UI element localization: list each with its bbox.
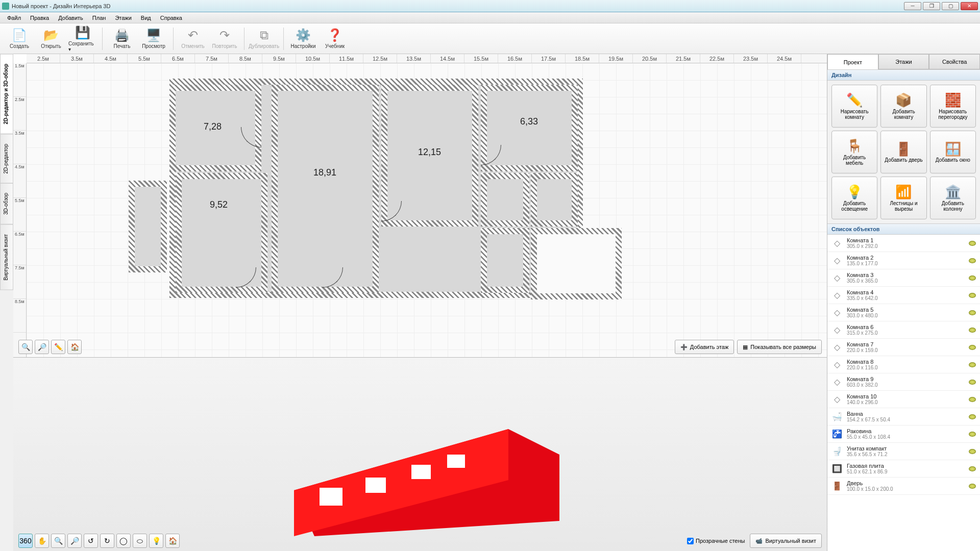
object-Комната 1[interactable]: ◇Комната 1305.0 x 292.0: [827, 235, 980, 252]
menu-Справка[interactable]: Справка: [156, 13, 186, 22]
home-3d-button[interactable]: 🏠: [165, 534, 180, 548]
design-Добавить мебель[interactable]: 🪑Добавить мебель: [831, 131, 877, 173]
Открыть-icon: 📂: [44, 28, 58, 42]
sidetab-3[interactable]: Виртуальный визит: [0, 224, 13, 290]
restore-button[interactable]: ❐: [923, 2, 940, 10]
lasso-button[interactable]: ⬭: [133, 534, 147, 548]
object-Раковина[interactable]: 🚰Раковина55.0 x 45.0 x 108.4: [827, 425, 980, 443]
design-icon: 💡: [846, 184, 863, 201]
visibility-icon[interactable]: [969, 397, 976, 402]
design-Добавить окно[interactable]: 🪟Добавить окно: [930, 131, 976, 173]
visibility-icon[interactable]: [969, 432, 976, 437]
room-balcony-left[interactable]: [129, 181, 167, 272]
design-Добавить освещение[interactable]: 💡Добавить освещение: [831, 177, 877, 219]
tool-Просмотр[interactable]: 🖥️Просмотр: [139, 25, 168, 53]
object-Комната 8[interactable]: ◇Комната 8220.0 x 116.0: [827, 356, 980, 373]
visibility-icon[interactable]: [969, 276, 976, 281]
maximize-button[interactable]: ▢: [942, 2, 959, 10]
virtual-visit-button[interactable]: 📹Виртуальный визит: [750, 534, 822, 548]
orbit-button[interactable]: 360: [18, 534, 33, 548]
design-Добавить дверь[interactable]: 🚪Добавить дверь: [880, 131, 926, 173]
object-Комната 4[interactable]: ◇Комната 4335.0 x 642.0: [827, 287, 980, 304]
zoom-in-button[interactable]: 🔎: [35, 340, 49, 354]
object-Комната 6[interactable]: ◇Комната 6315.0 x 275.0: [827, 321, 980, 339]
home-button[interactable]: 🏠: [67, 340, 82, 354]
rotate-left-button[interactable]: ↺: [84, 534, 98, 548]
object-Ванна[interactable]: 🛁Ванна154.2 x 67.5 x 50.4: [827, 408, 980, 425]
sidetab-1[interactable]: 2D-редактор: [0, 134, 13, 184]
room-balcony-right[interactable]: [531, 228, 622, 299]
object-Комната 2[interactable]: ◇Комната 2135.0 x 177.0: [827, 252, 980, 269]
tool-Сохранить[interactable]: 💾Сохранить ▾: [68, 25, 97, 53]
object-Комната 9[interactable]: ◇Комната 9603.0 x 382.0: [827, 373, 980, 391]
visibility-icon[interactable]: [969, 310, 976, 315]
visibility-icon[interactable]: [969, 380, 976, 385]
object-Унитаз компакт[interactable]: 🚽Унитаз компакт35.6 x 56.5 x 71.2: [827, 443, 980, 460]
design-Добавить колонну[interactable]: 🏛️Добавить колонну: [930, 177, 976, 219]
rtab-Свойства[interactable]: Свойства: [929, 54, 980, 69]
menu-Этажи[interactable]: Этажи: [111, 13, 135, 22]
tool-Открыть[interactable]: 📂Открыть: [37, 25, 65, 53]
zoom-out-button[interactable]: 🔍: [18, 340, 33, 354]
menu-Вид[interactable]: Вид: [137, 13, 155, 22]
minimize-button[interactable]: ─: [904, 2, 921, 10]
draw-button[interactable]: ✏️: [51, 340, 65, 354]
add-floor-button[interactable]: ➕Добавить этаж: [675, 340, 734, 354]
rtab-Проект[interactable]: Проект: [827, 54, 878, 69]
visibility-icon[interactable]: [969, 414, 976, 419]
visibility-icon[interactable]: [969, 484, 976, 489]
rotate-right-button[interactable]: ↻: [100, 534, 114, 548]
model-3d: [284, 388, 570, 541]
object-Дверь[interactable]: 🚪Дверь100.0 x 15.0 x 200.0: [827, 478, 980, 495]
visibility-icon[interactable]: [969, 328, 976, 333]
object-Комната 5[interactable]: ◇Комната 5303.0 x 480.0: [827, 304, 980, 321]
object-Комната 7[interactable]: ◇Комната 7220.0 x 159.0: [827, 339, 980, 356]
canvas-2d[interactable]: 7,28 18,91 12,15 6,33 9,52: [27, 63, 827, 357]
object-list: ◇Комната 1305.0 x 292.0◇Комната 2135.0 x…: [827, 235, 980, 551]
menu-Файл[interactable]: Файл: [3, 13, 25, 22]
room-small-2[interactable]: [531, 173, 578, 227]
zoom-in-3d-button[interactable]: 🔎: [67, 534, 82, 548]
close-button[interactable]: ✕: [961, 2, 978, 10]
transparent-walls-checkbox[interactable]: Прозрачные стены: [687, 538, 745, 544]
tool-Печать[interactable]: 🖨️Печать: [108, 25, 136, 53]
menu-План[interactable]: План: [88, 13, 110, 22]
design-icon: 🪟: [945, 141, 961, 157]
object-icon: 🔲: [831, 463, 843, 474]
visibility-icon[interactable]: [969, 345, 976, 350]
tool-Настройки[interactable]: ⚙️Настройки: [289, 25, 317, 53]
plan-2d-area[interactable]: 2.5м3.5м4.5м5.5м6.5м7.5м8.5м9.5м10.5м11.…: [13, 54, 827, 357]
menu-Правка[interactable]: Правка: [26, 13, 53, 22]
light-button[interactable]: 💡: [149, 534, 163, 548]
object-icon: 🛁: [831, 411, 843, 422]
design-Добавить комнату[interactable]: 📦Добавить комнату: [880, 85, 926, 128]
sidetab-0[interactable]: 2D-редактор и 3D-обзор: [0, 54, 13, 134]
visibility-icon[interactable]: [969, 449, 976, 454]
visibility-icon[interactable]: [969, 258, 976, 263]
design-Нарисовать перегородку[interactable]: 🧱Нарисовать перегородку: [930, 85, 976, 128]
tool-Создать[interactable]: 📄Создать: [5, 25, 34, 53]
object-Комната 10[interactable]: ◇Комната 10140.0 x 296.0: [827, 391, 980, 408]
preview-3d-area[interactable]: 360 ✋ 🔍 🔎 ↺ ↻ ◯ ⬭ 💡 🏠 Прозрачные стены 📹…: [13, 357, 827, 551]
design-Нарисовать комнату[interactable]: ✏️Нарисовать комнату: [831, 85, 877, 128]
visibility-icon[interactable]: [969, 362, 976, 367]
sidetab-2[interactable]: 3D-обзор: [0, 183, 13, 224]
room-small-1[interactable]: [481, 173, 529, 227]
object-Газовая плита[interactable]: 🔲Газовая плита51.0 x 62.1 x 86.9: [827, 460, 980, 478]
room-small-3[interactable]: [481, 228, 529, 293]
object-Комната 3[interactable]: ◇Комната 3305.0 x 365.0: [827, 269, 980, 287]
tool-Учебник[interactable]: ❓Учебник: [321, 25, 349, 53]
ruler-vertical: 1.5м2.5м3.5м4.5м5.5м6.5м7.5м8.5м: [13, 63, 27, 357]
design-Лестницы и вырезы[interactable]: 📶Лестницы и вырезы: [880, 177, 926, 219]
visibility-icon[interactable]: [969, 466, 976, 471]
visibility-icon[interactable]: [969, 293, 976, 298]
show-dimensions-button[interactable]: ▦Показывать все размеры: [737, 340, 822, 354]
tool-Отменить: ↶Отменить: [179, 25, 207, 53]
rtab-Этажи[interactable]: Этажи: [878, 54, 929, 69]
select-button[interactable]: ◯: [116, 534, 131, 548]
zoom-out-3d-button[interactable]: 🔍: [51, 534, 65, 548]
pan-button[interactable]: ✋: [35, 534, 49, 548]
visibility-icon[interactable]: [969, 241, 976, 246]
room-2[interactable]: 18,91: [272, 85, 379, 293]
menu-Добавить[interactable]: Добавить: [54, 13, 87, 22]
